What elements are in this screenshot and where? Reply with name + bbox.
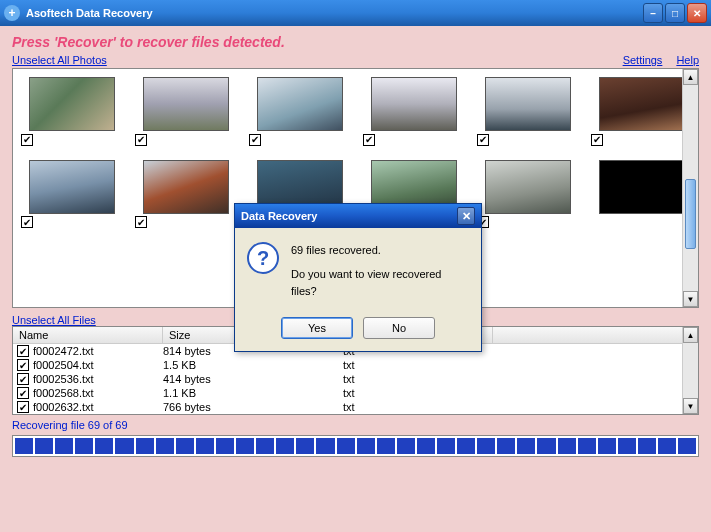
photo-image — [599, 160, 685, 214]
file-checkbox[interactable]: ✔ — [17, 359, 29, 371]
yes-button[interactable]: Yes — [281, 317, 353, 339]
file-name: f0002504.txt — [33, 359, 163, 371]
photo-image — [485, 77, 571, 131]
file-checkbox[interactable]: ✔ — [17, 345, 29, 357]
maximize-button[interactable]: □ — [665, 3, 685, 23]
progress-bar — [12, 435, 699, 457]
photo-image — [29, 77, 115, 131]
file-ext: txt — [343, 359, 493, 371]
file-name: f0002632.txt — [33, 401, 163, 413]
file-size: 414 bytes — [163, 373, 343, 385]
scroll-thumb[interactable] — [685, 179, 696, 249]
unselect-all-photos-link[interactable]: Unselect All Photos — [12, 54, 107, 66]
help-link[interactable]: Help — [676, 54, 699, 66]
file-name: f0002536.txt — [33, 373, 163, 385]
scroll-down-icon[interactable]: ▼ — [683, 398, 698, 414]
photo-thumb[interactable]: ✔ — [363, 77, 449, 146]
photo-checkbox[interactable]: ✔ — [477, 134, 489, 146]
question-icon: ? — [247, 242, 279, 274]
unselect-all-files-link[interactable]: Unselect All Files — [12, 314, 96, 326]
photo-checkbox[interactable]: ✔ — [135, 134, 147, 146]
photo-thumb[interactable] — [591, 160, 677, 229]
file-name: f0002472.txt — [33, 345, 163, 357]
minimize-button[interactable]: – — [643, 3, 663, 23]
file-checkbox[interactable]: ✔ — [17, 373, 29, 385]
photo-thumb[interactable]: ✔ — [477, 77, 563, 146]
photo-image — [143, 77, 229, 131]
photo-image — [599, 77, 685, 131]
instruction-text: Press 'Recover' to recover files detecte… — [12, 34, 699, 50]
file-ext: txt — [343, 373, 493, 385]
photo-checkbox[interactable]: ✔ — [249, 134, 261, 146]
scroll-down-icon[interactable]: ▼ — [683, 291, 698, 307]
photo-checkbox[interactable]: ✔ — [21, 134, 33, 146]
photo-checkbox[interactable]: ✔ — [363, 134, 375, 146]
status-text: Recovering file 69 of 69 — [12, 419, 699, 431]
file-size: 1.5 KB — [163, 359, 343, 371]
dialog-line2: Do you want to view recovered files? — [291, 266, 469, 301]
photo-image — [143, 160, 229, 214]
scroll-up-icon[interactable]: ▲ — [683, 69, 698, 85]
title-bar: + Asoftech Data Recovery – □ ✕ — [0, 0, 711, 26]
file-size: 1.1 KB — [163, 387, 343, 399]
photo-image — [485, 160, 571, 214]
col-header-name[interactable]: Name — [13, 327, 163, 343]
file-name: f0002568.txt — [33, 387, 163, 399]
photo-thumb[interactable]: ✔ — [249, 77, 335, 146]
photo-checkbox[interactable]: ✔ — [135, 216, 147, 228]
file-size: 766 bytes — [163, 401, 343, 413]
photo-image — [371, 77, 457, 131]
dialog-title: Data Recovery — [241, 210, 457, 222]
photo-thumb[interactable]: ✔ — [21, 77, 107, 146]
photo-image — [29, 160, 115, 214]
file-checkbox[interactable]: ✔ — [17, 401, 29, 413]
dialog-title-bar: Data Recovery ✕ — [235, 204, 481, 228]
dialog-close-button[interactable]: ✕ — [457, 207, 475, 225]
settings-link[interactable]: Settings — [623, 54, 663, 66]
close-button[interactable]: ✕ — [687, 3, 707, 23]
photo-thumb[interactable]: ✔ — [135, 160, 221, 229]
file-row[interactable]: ✔f0002632.txt766 bytestxt — [13, 400, 698, 414]
photo-checkbox[interactable]: ✔ — [591, 134, 603, 146]
photo-thumb[interactable]: ✔ — [477, 160, 563, 229]
file-ext: txt — [343, 387, 493, 399]
dialog-message: 69 files recovered. Do you want to view … — [291, 242, 469, 301]
scroll-up-icon[interactable]: ▲ — [683, 327, 698, 343]
photo-thumb[interactable]: ✔ — [21, 160, 107, 229]
file-scrollbar[interactable]: ▲ ▼ — [682, 327, 698, 414]
photo-scrollbar[interactable]: ▲ ▼ — [682, 69, 698, 307]
photo-image — [257, 77, 343, 131]
photo-thumb[interactable]: ✔ — [135, 77, 221, 146]
file-row[interactable]: ✔f0002536.txt414 bytestxt — [13, 372, 698, 386]
file-checkbox[interactable]: ✔ — [17, 387, 29, 399]
dialog-line1: 69 files recovered. — [291, 242, 469, 260]
photo-checkbox[interactable]: ✔ — [21, 216, 33, 228]
recovery-dialog: Data Recovery ✕ ? 69 files recovered. Do… — [234, 203, 482, 352]
app-icon: + — [4, 5, 20, 21]
file-rows: ✔f0002472.txt814 bytestxt ✔f0002504.txt1… — [13, 344, 698, 414]
photo-thumb[interactable]: ✔ — [591, 77, 677, 146]
file-row[interactable]: ✔f0002568.txt1.1 KBtxt — [13, 386, 698, 400]
file-row[interactable]: ✔f0002504.txt1.5 KBtxt — [13, 358, 698, 372]
no-button[interactable]: No — [363, 317, 435, 339]
col-header-blank — [493, 327, 698, 343]
file-ext: txt — [343, 401, 493, 413]
window-title: Asoftech Data Recovery — [26, 7, 643, 19]
